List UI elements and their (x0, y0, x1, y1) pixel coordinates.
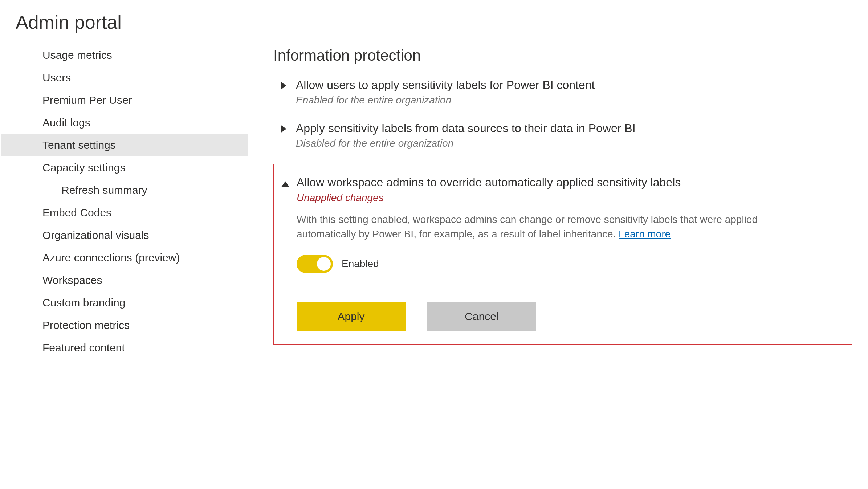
chevron-up-icon[interactable] (281, 178, 288, 190)
enabled-toggle[interactable] (297, 255, 333, 273)
sidebar-item-embed-codes[interactable]: Embed Codes (1, 201, 248, 224)
sidebar-item-refresh-summary[interactable]: Refresh summary (1, 179, 248, 201)
sidebar-item-audit-logs[interactable]: Audit logs (1, 111, 248, 134)
chevron-right-icon (281, 124, 287, 135)
sidebar-item-workspaces[interactable]: Workspaces (1, 269, 248, 292)
learn-more-link[interactable]: Learn more (619, 228, 671, 240)
chevron-right-icon (281, 81, 287, 92)
main-content: Information protection Allow users to ap… (248, 37, 867, 488)
section-title: Information protection (273, 47, 852, 64)
sidebar-item-usage-metrics[interactable]: Usage metrics (1, 44, 248, 66)
toggle-knob (317, 257, 331, 271)
sidebar-item-organizational-visuals[interactable]: Organizational visuals (1, 224, 248, 246)
sidebar-item-protection-metrics[interactable]: Protection metrics (1, 314, 248, 337)
setting-allow-users-apply-labels[interactable]: Allow users to apply sensitivity labels … (273, 77, 852, 106)
sidebar-item-capacity-settings[interactable]: Capacity settings (1, 156, 248, 179)
setting-description: With this setting enabled, workspace adm… (297, 212, 790, 242)
setting-title: Apply sensitivity labels from data sourc… (296, 121, 852, 136)
toggle-label: Enabled (342, 258, 379, 270)
sidebar-item-users[interactable]: Users (1, 66, 248, 89)
page-title: Admin portal (1, 1, 867, 37)
apply-button[interactable]: Apply (297, 302, 406, 331)
sidebar-item-custom-branding[interactable]: Custom branding (1, 292, 248, 314)
sidebar-item-featured-content[interactable]: Featured content (1, 337, 248, 359)
sidebar-item-premium-per-user[interactable]: Premium Per User (1, 89, 248, 111)
sidebar-item-azure-connections[interactable]: Azure connections (preview) (1, 246, 248, 269)
setting-status: Enabled for the entire organization (296, 94, 852, 106)
setting-apply-labels-from-sources[interactable]: Apply sensitivity labels from data sourc… (273, 121, 852, 149)
setting-description-text: With this setting enabled, workspace adm… (297, 214, 758, 240)
sidebar-nav: Usage metrics Users Premium Per User Aud… (1, 37, 248, 488)
setting-title: Allow users to apply sensitivity labels … (296, 77, 852, 93)
setting-title[interactable]: Allow workspace admins to override autom… (297, 175, 844, 190)
setting-status-unapplied: Unapplied changes (297, 192, 844, 204)
setting-allow-override-labels: Allow workspace admins to override autom… (273, 164, 852, 345)
setting-status: Disabled for the entire organization (296, 138, 852, 149)
cancel-button[interactable]: Cancel (427, 302, 536, 331)
sidebar-item-tenant-settings[interactable]: Tenant settings (1, 134, 248, 156)
